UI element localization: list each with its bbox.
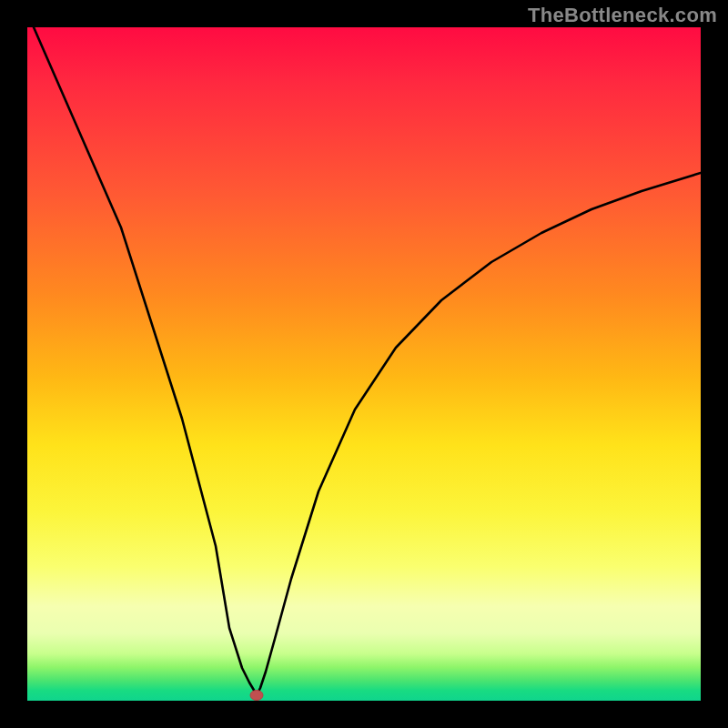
bottleneck-curve <box>34 27 701 695</box>
watermark-text: TheBottleneck.com <box>528 4 717 27</box>
chart-frame: TheBottleneck.com <box>0 0 728 728</box>
optimal-point-marker <box>250 691 263 701</box>
bottleneck-curve-svg <box>27 27 701 701</box>
plot-area <box>27 27 701 701</box>
